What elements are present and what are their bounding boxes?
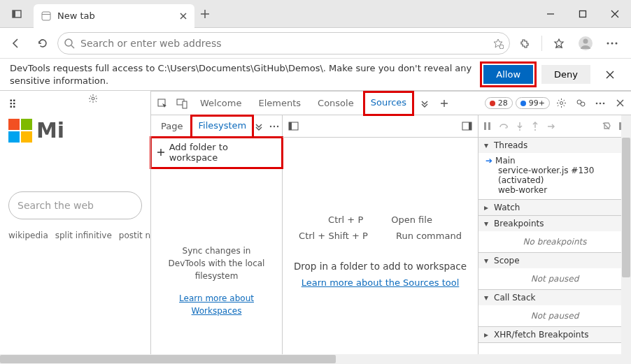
shortcut-keys: Ctrl + P <box>328 214 363 225</box>
allow-button[interactable]: Allow <box>483 65 533 84</box>
feedback-icon[interactable] <box>572 98 589 108</box>
apps-icon[interactable]: ⠿ <box>8 98 18 111</box>
svg-point-18 <box>560 102 562 105</box>
more-subtabs-icon[interactable] <box>255 122 263 131</box>
tab-title: New tab <box>57 10 95 21</box>
navigator-more-icon[interactable] <box>269 125 279 128</box>
breakpoints-header[interactable]: Breakpoints <box>478 216 631 231</box>
permission-message: DevTools requests full access to C:\User… <box>10 62 475 87</box>
svg-point-34 <box>534 129 536 131</box>
quick-link[interactable]: postit no <box>119 231 151 240</box>
svg-point-21 <box>596 102 598 104</box>
dismiss-permission-icon[interactable] <box>599 70 621 80</box>
svg-rect-4 <box>580 10 586 17</box>
thread-item[interactable]: service-worker.js #130 (activated) <box>485 166 624 185</box>
add-folder-button[interactable]: Add folder to workspace <box>151 138 282 168</box>
watch-header[interactable]: Watch <box>478 200 631 215</box>
sources-navigator: Page Filesystem Add folder to workspace … <box>151 115 283 364</box>
more-tabs-icon[interactable] <box>416 99 433 108</box>
step-over-icon[interactable] <box>499 122 509 131</box>
vertical-scrollbar[interactable] <box>621 115 631 364</box>
info-count[interactable]: 99+ <box>516 97 550 109</box>
svg-point-20 <box>581 102 585 106</box>
pause-button[interactable] <box>483 122 492 131</box>
svg-point-33 <box>519 129 520 131</box>
back-button[interactable] <box>4 31 28 55</box>
debugger-sidebar: Threads ➔Main service-worker.js #130 (ac… <box>478 115 631 364</box>
devtools-tabbar: Welcome Elements Console Sources 28 99+ <box>151 92 631 115</box>
learn-workspaces-link[interactable]: Learn more about Workspaces <box>179 293 254 316</box>
scope-header[interactable]: Scope <box>478 253 631 268</box>
tab-welcome[interactable]: Welcome <box>193 92 248 115</box>
toggle-navigator-icon[interactable] <box>288 122 299 131</box>
shortcut-action: Open file <box>391 214 432 225</box>
horizontal-scrollbar[interactable] <box>0 354 631 364</box>
settings-icon[interactable] <box>553 98 569 108</box>
svg-rect-3 <box>42 14 50 15</box>
more-icon[interactable] <box>600 31 624 55</box>
svg-point-12 <box>611 42 614 44</box>
svg-marker-8 <box>555 39 563 48</box>
learn-sources-link[interactable]: Learn more about the Sources tool <box>302 277 460 288</box>
profile-icon[interactable] <box>574 31 597 55</box>
refresh-button[interactable] <box>31 31 55 55</box>
tracking-icon[interactable] <box>492 38 504 49</box>
svg-point-10 <box>583 38 588 43</box>
minimize-button[interactable] <box>534 0 567 28</box>
step-out-icon[interactable] <box>531 122 539 131</box>
thread-item[interactable]: web-worker <box>485 185 624 195</box>
tab-sources[interactable]: Sources <box>364 92 413 115</box>
tab-actions-icon[interactable] <box>0 8 34 20</box>
tab-console[interactable]: Console <box>311 92 361 115</box>
browser-tab[interactable]: New tab <box>34 4 194 28</box>
svg-point-13 <box>616 42 618 44</box>
extensions-icon[interactable] <box>513 31 537 55</box>
quick-link[interactable]: wikipedia <box>8 231 48 240</box>
svg-rect-31 <box>484 122 486 130</box>
step-into-icon[interactable] <box>516 122 524 131</box>
new-tab-button[interactable] <box>194 9 215 19</box>
more-icon[interactable] <box>592 102 609 105</box>
favorites-icon[interactable] <box>547 31 571 55</box>
quick-link[interactable]: split infinitive <box>55 231 112 240</box>
svg-rect-17 <box>183 101 187 108</box>
maximize-button[interactable] <box>567 0 599 28</box>
threads-header[interactable]: Threads <box>478 138 631 153</box>
close-tab-icon[interactable] <box>179 12 187 20</box>
page-search-input[interactable]: Search the web <box>8 191 142 219</box>
deny-button[interactable]: Deny <box>541 65 590 84</box>
svg-rect-28 <box>289 122 292 130</box>
svg-point-24 <box>270 125 271 126</box>
device-icon[interactable] <box>173 98 190 109</box>
newtab-icon <box>41 10 52 22</box>
new-tab-icon[interactable] <box>436 99 453 108</box>
tab-elements[interactable]: Elements <box>251 92 308 115</box>
microsoft-logo: Mi <box>8 118 142 143</box>
subtab-filesystem[interactable]: Filesystem <box>191 115 253 138</box>
subtab-page[interactable]: Page <box>154 115 190 138</box>
error-count[interactable]: 28 <box>485 97 513 109</box>
close-window-button[interactable] <box>599 0 631 28</box>
callstack-header[interactable]: Call Stack <box>478 290 631 305</box>
svg-rect-32 <box>488 122 490 130</box>
step-icon[interactable] <box>546 122 556 131</box>
callstack-not-paused: Not paused <box>478 305 631 326</box>
no-breakpoints: No breakpoints <box>478 231 631 252</box>
browser-toolbar: Search or enter web address <box>0 28 631 59</box>
close-devtools-icon[interactable] <box>611 99 628 108</box>
xhr-header[interactable]: XHR/fetch Breakpoints <box>478 327 631 342</box>
address-bar[interactable]: Search or enter web address <box>57 32 510 54</box>
deactivate-breakpoints-icon[interactable] <box>602 122 611 131</box>
search-icon <box>64 38 75 49</box>
toggle-debugger-icon[interactable] <box>462 122 472 131</box>
svg-rect-30 <box>469 122 472 130</box>
scope-not-paused: Not paused <box>478 268 631 289</box>
page-settings-icon[interactable] <box>88 94 98 103</box>
devtools-panel: Welcome Elements Console Sources 28 99+ … <box>151 91 631 364</box>
shortcut-keys: Ctrl + Shift + P <box>299 231 368 241</box>
svg-point-14 <box>92 97 94 100</box>
svg-point-26 <box>277 125 278 126</box>
thread-item[interactable]: ➔Main <box>485 156 624 166</box>
inspect-icon[interactable] <box>154 98 171 109</box>
svg-rect-1 <box>13 10 15 17</box>
